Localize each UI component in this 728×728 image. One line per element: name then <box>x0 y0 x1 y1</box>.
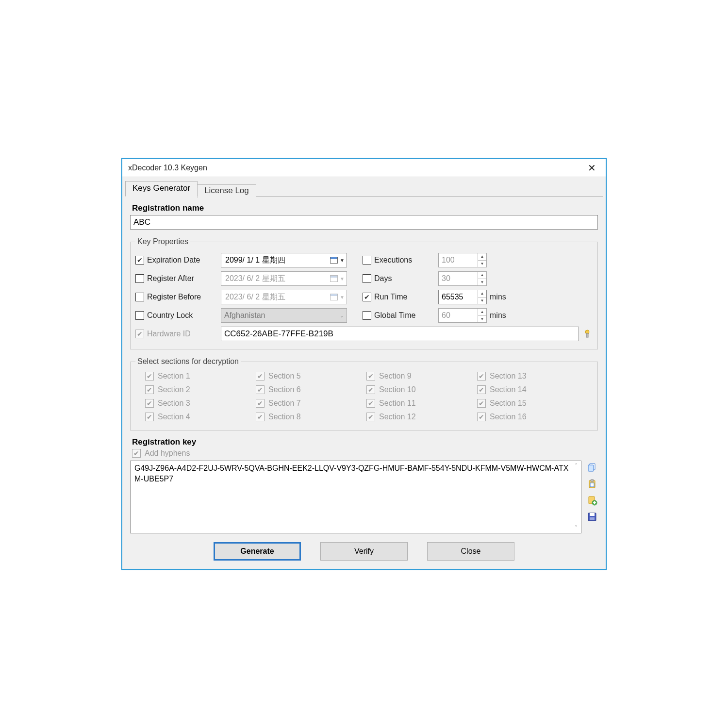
close-button[interactable]: Close <box>427 542 514 561</box>
executions-label: Executions <box>374 256 412 265</box>
country-lock-label: Country Lock <box>147 311 193 320</box>
section-label: Section 11 <box>379 399 416 408</box>
expiration-label: Expiration Date <box>147 256 200 265</box>
app-window: xDecoder 10.3 Keygen ✕ Keys Generator Li… <box>121 158 607 570</box>
close-icon[interactable]: ✕ <box>583 160 601 176</box>
svg-rect-3 <box>588 465 594 471</box>
chevron-down-icon: ▼ <box>340 295 345 300</box>
days-spinner[interactable]: 30 ▲▼ <box>438 271 487 286</box>
register-before-checkbox[interactable] <box>135 293 144 301</box>
calendar-icon <box>330 257 338 264</box>
scroll-down-icon[interactable]: ˅ <box>572 524 580 532</box>
add-icon[interactable] <box>586 495 598 506</box>
chevron-down-icon: ▼ <box>340 258 345 263</box>
country-lock-checkbox[interactable] <box>135 311 144 320</box>
global-time-unit: mins <box>490 311 514 320</box>
section-label: Section 9 <box>379 372 412 381</box>
country-lock-select[interactable]: Afghanistan ⌄ <box>221 308 347 323</box>
runtime-checkbox[interactable] <box>363 293 371 301</box>
section-checkbox: Section 15 <box>477 399 583 408</box>
section-checkbox: Section 3 <box>145 399 251 408</box>
chevron-down-icon: ⌄ <box>340 313 344 318</box>
section-label: Section 12 <box>379 413 416 421</box>
svg-rect-10 <box>590 513 595 516</box>
sections-group: Select sections for decryption Section 1… <box>130 357 598 430</box>
add-hyphens-label: Add hyphens <box>145 449 190 458</box>
calendar-icon <box>330 294 338 300</box>
section-label: Section 8 <box>268 413 301 421</box>
section-check-icon <box>477 372 486 381</box>
section-label: Section 4 <box>158 413 190 421</box>
section-check-icon <box>477 413 486 421</box>
window-title: xDecoder 10.3 Keygen <box>128 164 207 172</box>
regname-label: Registration name <box>132 203 598 213</box>
section-checkbox: Section 4 <box>145 413 251 421</box>
register-before-label: Register Before <box>147 293 201 301</box>
chevron-down-icon: ▼ <box>340 276 345 281</box>
global-time-checkbox[interactable] <box>363 311 371 320</box>
section-checkbox: Section 2 <box>145 385 251 394</box>
tabbar: Keys Generator License Log <box>125 180 603 197</box>
regkey-textarea[interactable]: G49J-Z96A-A4D2-F2UJ-5WRV-5QVA-BGHN-EEK2-… <box>130 461 581 533</box>
hardware-id-icon[interactable] <box>582 329 593 339</box>
register-after-datepicker[interactable]: 2023/ 6/ 2 星期五 ▼ <box>221 271 347 286</box>
tab-license-log[interactable]: License Log <box>197 184 256 198</box>
register-after-checkbox[interactable] <box>135 274 144 283</box>
section-checkbox: Section 14 <box>477 385 583 394</box>
hardware-id-input[interactable] <box>221 327 579 341</box>
section-checkbox: Section 12 <box>366 413 472 421</box>
section-checkbox: Section 5 <box>256 372 362 381</box>
paste-icon[interactable] <box>586 478 598 490</box>
expiration-datepicker[interactable]: 2099/ 1/ 1 星期四 ▼ <box>221 253 347 267</box>
generate-button[interactable]: Generate <box>214 542 301 561</box>
calendar-icon <box>330 275 338 282</box>
executions-checkbox[interactable] <box>363 256 371 265</box>
expiration-checkbox[interactable] <box>135 256 144 265</box>
titlebar: xDecoder 10.3 Keygen ✕ <box>122 159 606 177</box>
section-check-icon <box>366 399 375 408</box>
section-label: Section 1 <box>158 372 190 381</box>
register-before-datepicker[interactable]: 2023/ 6/ 2 星期五 ▼ <box>221 290 347 304</box>
section-label: Section 10 <box>379 385 416 394</box>
section-checkbox: Section 16 <box>477 413 583 421</box>
section-checkbox: Section 11 <box>366 399 472 408</box>
section-checkbox: Section 9 <box>366 372 472 381</box>
section-check-icon <box>145 372 154 381</box>
tab-keys-generator[interactable]: Keys Generator <box>125 181 198 197</box>
runtime-spinner[interactable]: 65535 ▲▼ <box>438 290 487 304</box>
days-checkbox[interactable] <box>363 274 371 283</box>
section-check-icon <box>256 399 265 408</box>
section-label: Section 15 <box>490 399 527 408</box>
section-label: Section 7 <box>268 399 301 408</box>
section-label: Section 14 <box>490 385 527 394</box>
section-label: Section 3 <box>158 399 190 408</box>
section-checkbox: Section 8 <box>256 413 362 421</box>
key-properties-group: Key Properties Expiration Date 2099/ 1/ … <box>130 237 598 349</box>
add-hyphens-checkbox <box>132 449 141 458</box>
save-icon[interactable] <box>586 511 598 523</box>
runtime-label: Run Time <box>374 293 407 301</box>
regname-input[interactable] <box>130 215 598 230</box>
section-label: Section 6 <box>268 385 301 394</box>
verify-button[interactable]: Verify <box>320 542 408 561</box>
hardware-id-checkbox <box>135 330 144 338</box>
section-check-icon <box>256 372 265 381</box>
section-check-icon <box>256 413 265 421</box>
global-time-spinner[interactable]: 60 ▲▼ <box>438 308 487 323</box>
scroll-up-icon[interactable]: ˄ <box>572 462 580 470</box>
section-checkbox: Section 7 <box>256 399 362 408</box>
key-properties-legend: Key Properties <box>135 237 190 246</box>
global-time-label: Global Time <box>374 311 415 320</box>
section-label: Section 5 <box>268 372 301 381</box>
register-after-label: Register After <box>147 274 194 283</box>
section-checkbox: Section 10 <box>366 385 472 394</box>
regkey-label: Registration key <box>132 437 598 447</box>
copy-icon[interactable] <box>586 462 598 473</box>
svg-rect-6 <box>590 483 594 487</box>
svg-rect-5 <box>591 480 594 481</box>
section-checkbox: Section 1 <box>145 372 251 381</box>
executions-spinner[interactable]: 100 ▲▼ <box>438 253 487 267</box>
section-label: Section 13 <box>490 372 527 381</box>
section-checkbox: Section 6 <box>256 385 362 394</box>
section-check-icon <box>366 372 375 381</box>
